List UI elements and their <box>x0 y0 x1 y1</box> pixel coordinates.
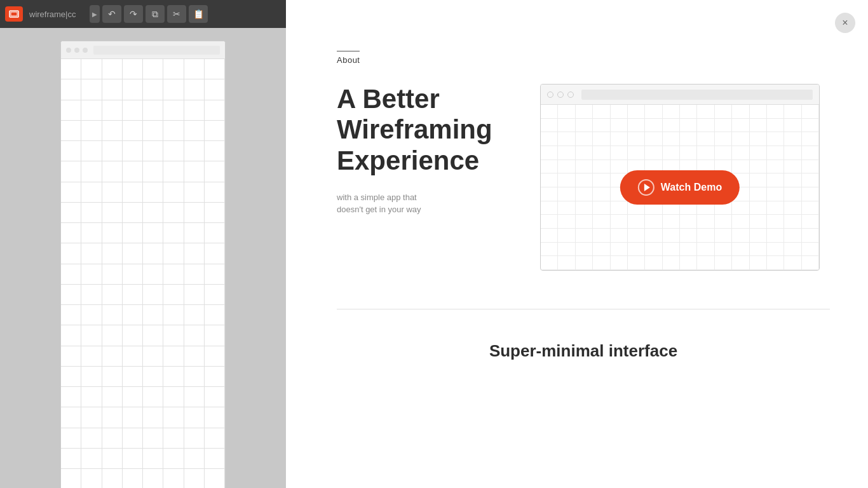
demo-grid-cell <box>784 229 801 243</box>
wf-grid-cell <box>81 346 102 367</box>
wf-grid-cell <box>184 305 205 325</box>
wf-grid-cell <box>163 182 184 203</box>
demo-grid-cell <box>576 201 593 215</box>
demo-grid-cell <box>784 160 801 174</box>
wf-grid-cell <box>81 243 102 264</box>
demo-grid-cell <box>802 201 819 215</box>
demo-grid-cell <box>715 229 732 243</box>
wf-grid-cell <box>102 161 123 182</box>
wf-grid-cell <box>61 141 81 161</box>
wf-grid-cell <box>163 264 184 285</box>
demo-grid-cell <box>576 119 593 133</box>
demo-grid-cell <box>680 215 697 229</box>
wf-grid-cell <box>61 182 81 203</box>
close-button[interactable]: × <box>835 13 855 33</box>
wf-grid-cell <box>81 449 102 469</box>
wf-grid-cell <box>143 367 163 387</box>
undo-button[interactable]: ↶ <box>102 5 121 23</box>
demo-grid-cell <box>750 132 767 146</box>
demo-grid-cell <box>767 187 784 201</box>
copy-button[interactable]: ⧉ <box>146 5 165 23</box>
wf-grid-cell <box>61 223 81 243</box>
demo-grid-cell <box>645 243 662 257</box>
demo-grid-cell <box>802 132 819 146</box>
demo-grid-cell <box>593 187 610 201</box>
demo-grid-cell <box>784 132 801 146</box>
demo-grid-cell <box>732 215 749 229</box>
wf-grid-cell <box>143 79 163 100</box>
demo-grid-cell <box>750 105 767 119</box>
hero-text: A Better Wireframing Experience with a s… <box>337 84 502 216</box>
demo-grid-cell <box>750 160 767 174</box>
wf-grid-cell <box>143 182 163 203</box>
cut-button[interactable]: ✂ <box>167 5 186 23</box>
wf-grid-cell <box>205 325 225 346</box>
demo-grid-cell <box>732 256 749 270</box>
wf-grid-cell <box>143 428 163 449</box>
wf-grid-cell <box>205 367 225 387</box>
demo-grid-cell <box>558 243 575 257</box>
watch-demo-label: Watch Demo <box>661 182 722 193</box>
about-content: About A Better Wireframing Experience wi… <box>286 0 868 399</box>
demo-grid-cell <box>697 256 714 270</box>
wf-grid-cell <box>184 264 205 285</box>
demo-grid-cell <box>645 105 662 119</box>
wf-grid-cell <box>123 469 143 488</box>
wf-grid-cell <box>163 141 184 161</box>
wf-grid-cell <box>61 407 81 428</box>
wf-grid-cell <box>184 79 205 100</box>
wf-grid-cell <box>61 449 81 469</box>
wf-grid-cell <box>184 469 205 488</box>
demo-grid-cell <box>558 256 575 270</box>
demo-grid-cell <box>628 105 645 119</box>
wf-grid-cell <box>123 59 143 79</box>
demo-grid-cell <box>593 173 610 187</box>
demo-grid-cell <box>593 146 610 160</box>
wf-grid-cell <box>205 243 225 264</box>
demo-grid-cell <box>697 215 714 229</box>
wf-grid-cell <box>184 100 205 121</box>
wf-grid-cell <box>184 141 205 161</box>
wireframe-titlebar <box>61 41 225 59</box>
watch-demo-button[interactable]: Watch Demo <box>620 170 740 205</box>
wf-grid-cell <box>123 182 143 203</box>
wf-grid-cell <box>205 59 225 79</box>
wf-grid-cell <box>163 407 184 428</box>
demo-grid-cell <box>628 119 645 133</box>
demo-grid-cell <box>802 243 819 257</box>
demo-grid-cell <box>802 215 819 229</box>
demo-grid-cell <box>680 229 697 243</box>
demo-grid-cell <box>541 256 558 270</box>
demo-grid-cell <box>732 132 749 146</box>
wf-grid-cell <box>61 346 81 367</box>
wf-grid-cell <box>81 161 102 182</box>
wf-grid-cell <box>102 264 123 285</box>
wf-grid-cell <box>163 428 184 449</box>
hero-subtitle: with a simple app that doesn't get in yo… <box>337 191 502 216</box>
wf-grid-cell <box>205 141 225 161</box>
wf-dot-2 <box>74 48 79 53</box>
wf-grid-cell <box>143 59 163 79</box>
app-icon <box>5 6 23 22</box>
demo-grid-cell <box>802 256 819 270</box>
demo-grid-cell <box>784 119 801 133</box>
wf-grid-cell <box>143 285 163 305</box>
wf-grid-cell <box>163 121 184 141</box>
demo-grid-cell <box>611 243 628 257</box>
demo-grid-cell <box>541 146 558 160</box>
wf-grid-cell <box>81 79 102 100</box>
redo-button[interactable]: ↷ <box>124 5 143 23</box>
wf-grid-cell <box>143 100 163 121</box>
demo-grid-cell <box>767 173 784 187</box>
demo-browser: Watch Demo <box>540 84 820 271</box>
wf-grid-cell <box>123 407 143 428</box>
paste-button[interactable]: 📋 <box>189 5 208 23</box>
wf-grid-cell <box>102 449 123 469</box>
demo-grid-cell <box>663 132 680 146</box>
wf-grid-cell <box>143 449 163 469</box>
wf-grid-cell <box>143 161 163 182</box>
expand-panel-button[interactable]: ▶ <box>90 5 100 23</box>
wf-grid-cell <box>205 449 225 469</box>
demo-grid-cell <box>802 160 819 174</box>
wf-grid-cell <box>102 285 123 305</box>
